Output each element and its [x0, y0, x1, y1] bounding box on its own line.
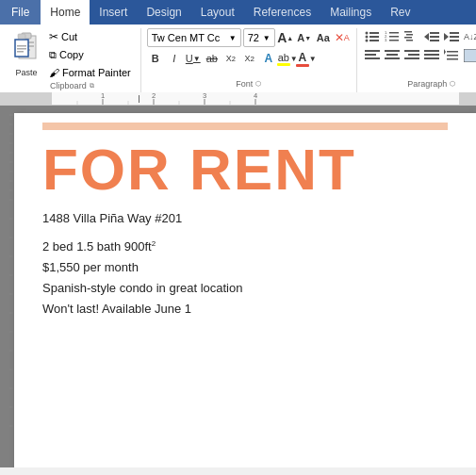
font-color-bar — [296, 64, 309, 67]
strikethrough-button[interactable]: ab — [204, 50, 221, 67]
paragraph-section: 1.2.3. A↓Z ¶ — [357, 28, 476, 92]
highlight-button[interactable]: ab ▼ — [279, 50, 296, 67]
clipboard-label: Clipboard ⧉ — [9, 81, 135, 90]
font-size-value: 72 — [248, 32, 259, 43]
text-effects-button[interactable]: A — [260, 50, 277, 67]
justify-button[interactable] — [422, 47, 441, 64]
svg-rect-42 — [408, 54, 419, 56]
numbering-button[interactable]: 1.2.3. — [383, 28, 402, 45]
copy-button[interactable]: ⧉ Copy — [45, 46, 135, 63]
tab-stop-marker — [135, 92, 142, 106]
tab-design[interactable]: Design — [137, 0, 190, 25]
superscript-button[interactable]: X2 — [241, 50, 258, 67]
svg-point-10 — [365, 32, 368, 35]
italic-button[interactable]: I — [166, 50, 183, 67]
svg-rect-8 — [17, 48, 26, 50]
svg-rect-21 — [389, 40, 399, 41]
ruler: 1 2 3 4 — [0, 92, 476, 106]
svg-rect-24 — [404, 37, 412, 39]
svg-rect-23 — [406, 34, 413, 36]
shrink-font-button[interactable]: A▼ — [296, 29, 313, 46]
align-center-button[interactable] — [383, 47, 402, 64]
copy-label: Copy — [59, 49, 84, 60]
tab-file[interactable]: File — [0, 0, 41, 25]
svg-rect-49 — [447, 58, 458, 60]
increase-indent-button[interactable] — [442, 28, 461, 45]
font-row-2: B I U ▼ ab X2 X2 A ab ▼ — [147, 50, 315, 67]
format-painter-button[interactable]: 🖌 Format Painter — [45, 64, 135, 81]
tab-review[interactable]: Rev — [381, 0, 419, 25]
grow-font-button[interactable]: A▲ — [277, 29, 294, 46]
detail-line-4: Won't last! Available June 1 — [42, 299, 448, 319]
ruler-white-area: 1 2 3 4 — [52, 92, 459, 105]
paragraph-inner: 1.2.3. A↓Z ¶ — [363, 28, 476, 79]
font-row-1: Tw Cen MT Cc ▼ 72 ▼ A▲ A▼ Aa ✕A — [147, 28, 351, 47]
svg-rect-19 — [389, 36, 399, 38]
tab-layout[interactable]: Layout — [191, 0, 244, 25]
svg-point-14 — [365, 40, 368, 42]
svg-rect-13 — [369, 36, 379, 38]
align-right-button[interactable] — [402, 47, 421, 64]
clipboard-expander[interactable]: ⧉ — [90, 82, 94, 90]
font-size-arrow: ▼ — [263, 34, 271, 42]
sort-button[interactable]: A↓Z — [462, 28, 476, 45]
font-name-arrow: ▼ — [229, 34, 237, 42]
tab-mailings[interactable]: Mailings — [320, 0, 381, 25]
ribbon-tabs: File Home Insert Design Layout Reference… — [0, 0, 476, 25]
paragraph-label: Paragraph ⬡ — [363, 79, 476, 89]
svg-marker-30 — [444, 33, 449, 41]
svg-text:4: 4 — [254, 92, 257, 100]
bold-button[interactable]: B — [147, 50, 164, 67]
clipboard-section: Paste ✂ Cut ⧉ Copy 🖌 Format Painter Clip… — [4, 28, 141, 92]
ribbon-body: Paste ✂ Cut ⧉ Copy 🖌 Format Painter Clip… — [0, 25, 476, 92]
highlight-color-bar — [277, 63, 290, 66]
left-margin-bar — [0, 106, 14, 467]
tab-insert[interactable]: Insert — [90, 0, 137, 25]
bullets-button[interactable] — [363, 28, 382, 45]
change-case-button[interactable]: Aa — [315, 29, 332, 46]
svg-rect-15 — [369, 40, 379, 41]
svg-rect-33 — [450, 40, 459, 41]
tab-home[interactable]: Home — [41, 0, 90, 25]
ruler-right-gray — [459, 92, 476, 105]
tab-references[interactable]: References — [244, 0, 320, 25]
detail-line-3: Spanish-style condo in great location — [42, 278, 448, 299]
multilevel-list-button[interactable] — [402, 28, 421, 45]
copy-icon: ⧉ — [49, 49, 57, 61]
underline-button[interactable]: U ▼ — [185, 50, 202, 67]
superscript: 2 — [152, 239, 156, 248]
cut-button[interactable]: ✂ Cut — [45, 28, 135, 45]
paragraph-row-2 — [363, 47, 476, 64]
margin-marks — [0, 106, 14, 467]
paragraph-expander[interactable]: ⬡ — [450, 80, 455, 88]
svg-rect-17 — [389, 32, 399, 34]
svg-rect-37 — [365, 57, 380, 59]
line-spacing-button[interactable] — [442, 47, 461, 64]
svg-rect-9 — [17, 51, 24, 53]
for-rent-heading: FOR RENT — [42, 138, 448, 202]
svg-marker-50 — [444, 49, 446, 55]
font-color-arrow[interactable]: ▼ — [309, 55, 317, 63]
page-content: FOR RENT 1488 Villa Piña Way #201 2 bed … — [14, 113, 476, 330]
font-inner: Tw Cen MT Cc ▼ 72 ▼ A▲ A▼ Aa ✕A B I U ▼ … — [147, 28, 351, 79]
svg-rect-31 — [450, 32, 459, 34]
svg-rect-7 — [17, 45, 26, 47]
font-label: Font ⬡ — [147, 79, 351, 89]
font-name-dropdown[interactable]: Tw Cen MT Cc ▼ — [147, 28, 241, 47]
font-color-button[interactable]: A ▼ — [298, 50, 315, 67]
svg-rect-25 — [406, 40, 413, 41]
shading-button[interactable] — [462, 47, 476, 64]
svg-rect-40 — [385, 57, 400, 59]
align-left-button[interactable] — [363, 47, 382, 64]
paste-button[interactable]: Paste — [9, 30, 43, 79]
decrease-indent-button[interactable] — [422, 28, 441, 45]
clear-formatting-button[interactable]: ✕A — [334, 29, 351, 46]
font-size-dropdown[interactable]: 72 ▼ — [243, 28, 275, 47]
highlight-bar — [42, 123, 448, 130]
underline-arrow: ▼ — [193, 55, 201, 63]
subscript-button[interactable]: X2 — [222, 50, 239, 67]
svg-rect-51 — [464, 49, 476, 62]
ruler-left-gray — [0, 92, 52, 105]
svg-rect-45 — [424, 54, 439, 56]
font-expander[interactable]: ⬡ — [255, 80, 261, 88]
